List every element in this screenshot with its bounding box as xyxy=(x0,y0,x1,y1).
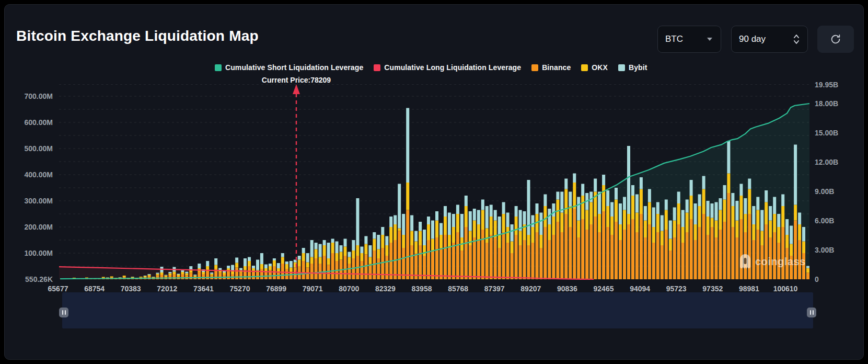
bar-okx xyxy=(794,205,797,221)
bar-okx xyxy=(340,252,343,260)
bar-bybit xyxy=(802,227,805,242)
bar-okx xyxy=(577,221,580,238)
bar-bybit xyxy=(389,217,392,227)
bar-binance xyxy=(494,237,497,279)
x-axis-tick: 75270 xyxy=(230,285,250,293)
bar-binance xyxy=(769,237,772,279)
bar-bybit xyxy=(214,258,217,265)
bar-binance xyxy=(652,243,655,279)
bar-okx xyxy=(511,242,514,254)
bar-bybit xyxy=(269,264,272,266)
bar-bybit xyxy=(619,203,622,224)
bar-binance xyxy=(506,243,510,279)
bar-bybit xyxy=(581,184,584,196)
bar-bybit xyxy=(556,192,559,200)
bar-binance xyxy=(452,243,455,279)
bar-bybit xyxy=(302,248,305,253)
bar-bybit xyxy=(790,226,793,244)
bar-okx xyxy=(448,235,451,248)
bar-okx xyxy=(806,268,809,273)
bar-okx xyxy=(494,221,497,238)
current-price-marker xyxy=(293,84,300,279)
bar-bybit xyxy=(536,203,539,214)
bar-bybit xyxy=(368,245,372,257)
bar-bybit xyxy=(610,202,614,217)
x-axis-labels: 6567768754703837201273641752707689979071… xyxy=(48,285,798,293)
bar-bybit xyxy=(794,145,797,205)
bar-okx xyxy=(473,221,476,238)
bar-bybit xyxy=(439,223,443,235)
bar-okx xyxy=(773,214,776,232)
bar-bybit xyxy=(119,277,122,278)
bar-binance xyxy=(606,227,609,279)
navigator-right-handle[interactable] xyxy=(807,308,816,317)
bar-okx xyxy=(231,271,234,274)
bar-binance xyxy=(698,227,701,279)
bar-bybit xyxy=(406,108,409,183)
bar-okx xyxy=(264,268,268,271)
bar-okx xyxy=(298,260,301,267)
left-axis-labels: 550.26K100.00M200.00M300.00M400.00M500.0… xyxy=(25,92,53,283)
bar-binance xyxy=(435,237,438,279)
bar-binance xyxy=(331,253,334,279)
bar-bybit xyxy=(644,206,647,221)
bar-bybit xyxy=(356,198,359,245)
bar-okx xyxy=(244,266,247,270)
bar-okx xyxy=(273,260,276,266)
bar-okx xyxy=(389,227,392,243)
range-navigator-track[interactable] xyxy=(62,292,813,328)
bar-okx xyxy=(715,221,718,238)
bar-okx xyxy=(465,206,468,227)
bar-bybit xyxy=(752,206,755,224)
bar-okx xyxy=(348,257,351,264)
right-axis-tick: 19.95B xyxy=(815,81,838,89)
bar-bybit xyxy=(298,256,301,260)
bar-binance xyxy=(364,255,367,280)
bar-bybit xyxy=(539,213,542,235)
bar-okx xyxy=(748,189,751,214)
bar-bybit xyxy=(235,258,238,263)
bar-bybit xyxy=(769,206,772,221)
bar-bybit xyxy=(460,214,464,237)
bar-okx xyxy=(519,231,522,246)
bar-binance xyxy=(806,273,809,280)
bar-binance xyxy=(360,261,363,279)
navigator-left-handle[interactable] xyxy=(59,308,68,317)
x-axis-tick: 79071 xyxy=(303,285,323,293)
bar-binance xyxy=(519,245,522,279)
bar-bybit xyxy=(164,275,167,276)
bar-bybit xyxy=(677,192,680,204)
bar-binance xyxy=(702,214,705,279)
bar-binance xyxy=(564,214,568,279)
bar-bybit xyxy=(748,179,751,189)
left-axis-tick: 500.00M xyxy=(25,144,53,153)
bar-bybit xyxy=(152,277,155,277)
bar-binance xyxy=(260,269,263,279)
x-axis-tick: 89207 xyxy=(520,285,541,293)
bar-okx xyxy=(160,272,164,275)
bar-bybit xyxy=(260,253,263,264)
bar-bybit xyxy=(723,185,726,200)
bar-okx xyxy=(277,268,280,271)
bar-okx xyxy=(477,224,480,240)
bar-okx xyxy=(498,235,501,248)
bar-bybit xyxy=(640,177,643,189)
bar-okx xyxy=(589,202,593,225)
bar-bybit xyxy=(394,215,397,225)
bar-okx xyxy=(539,235,542,248)
bar-okx xyxy=(439,235,443,248)
bar-okx xyxy=(364,244,367,255)
bar-okx xyxy=(385,245,388,256)
bar-binance xyxy=(202,274,205,279)
bar-bybit xyxy=(665,200,668,210)
bar-bybit xyxy=(669,221,672,239)
bar-binance xyxy=(515,235,518,279)
bar-okx xyxy=(435,221,438,238)
bar-bybit xyxy=(377,235,380,249)
bar-bybit xyxy=(448,213,451,235)
bar-binance xyxy=(627,224,630,279)
bar-okx xyxy=(598,214,601,232)
bar-bybit xyxy=(760,210,763,231)
bar-bybit xyxy=(252,266,255,268)
bar-okx xyxy=(310,257,314,264)
